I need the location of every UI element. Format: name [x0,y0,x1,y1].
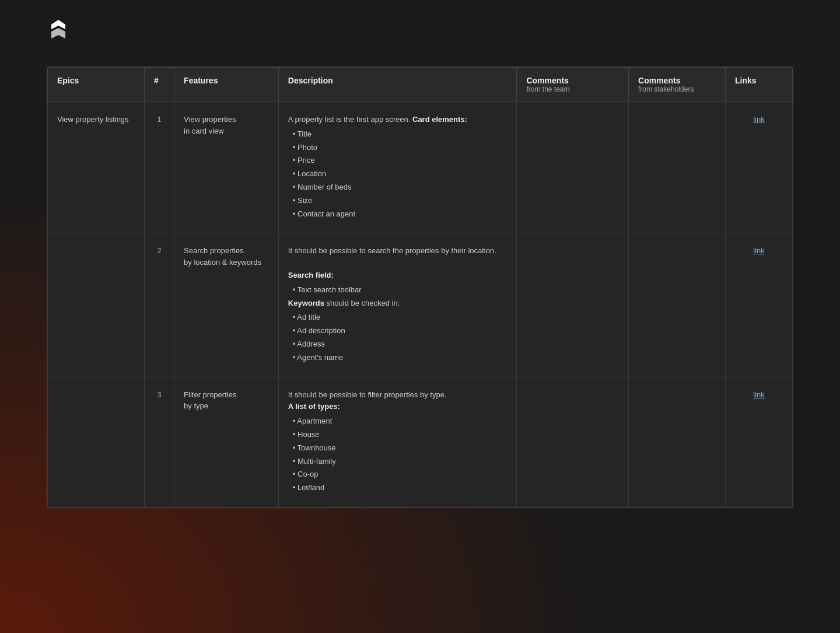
cell-number-3: 3 [145,377,174,507]
header-description: Description [278,68,517,102]
cell-comments-team-2 [517,233,629,377]
link-2[interactable]: link [753,246,765,255]
cell-number-2: 2 [145,233,174,377]
cell-link-1[interactable]: link [726,102,793,233]
header-links: Links [726,68,793,102]
list-item: Size [293,195,508,207]
cell-link-2[interactable]: link [726,233,793,377]
cell-features-1: View properties in card view [174,102,279,233]
header-number: # [145,68,174,102]
table-row: View property listings 1 View properties… [48,102,793,233]
cell-description-3: It should be possible to filter properti… [278,377,517,507]
cell-comments-stake-3 [629,377,726,507]
cell-comments-stake-1 [629,102,726,233]
cell-comments-team-3 [517,377,629,507]
list-item: Text search toolbar [293,284,508,296]
list-item: Contact an agent [293,208,508,221]
header-comments-stakeholders: Comments from stakeholders [629,68,726,102]
description-list-3: Apartment House Townhouse Multi-family C… [288,415,508,494]
description-list-2b: Ad title Ad description Address Agent's … [288,312,508,363]
list-item: Townhouse [293,442,508,454]
table-row: 3 Filter properties by type It should be… [48,377,793,507]
cell-link-3[interactable]: link [726,377,793,507]
list-item: Co-op [293,468,508,481]
header-epics: Epics [48,68,145,102]
list-item: Ad title [293,312,508,324]
cell-epics-1: View property listings [48,102,145,233]
cell-description-2: It should be possible to search the prop… [278,233,517,377]
link-1[interactable]: link [753,115,765,124]
list-item: Lot/land [293,482,508,494]
list-item: Photo [293,142,508,154]
cell-features-3: Filter properties by type [174,377,279,507]
main-table-wrapper: Epics # Features Description Comments fr… [47,67,793,508]
cell-epics-2 [48,233,145,377]
list-item: Price [293,155,508,167]
cell-comments-team-1 [517,102,629,233]
list-item: Title [293,128,508,141]
list-item: Number of beds [293,181,508,194]
table-row: 2 Search properties by location & keywor… [48,233,793,377]
cell-epics-3 [48,377,145,507]
features-table: Epics # Features Description Comments fr… [47,67,793,508]
list-item: Apartment [293,415,508,428]
table-header-row: Epics # Features Description Comments fr… [48,68,793,102]
logo-area [0,0,840,55]
header-comments-team: Comments from the team [517,68,629,102]
header-features: Features [174,68,279,102]
cell-description-1: A property list is the first app screen.… [278,102,517,233]
list-item: Location [293,168,508,180]
list-item: Agent's name [293,352,508,364]
cell-features-2: Search properties by location & keywords [174,233,279,377]
link-3[interactable]: link [753,390,765,399]
list-item: Address [293,338,508,351]
list-item: Multi-family [293,456,508,468]
list-item: Ad description [293,325,508,337]
description-list-1: Title Photo Price Location Number of bed… [288,128,508,221]
list-item: House [293,429,508,441]
cell-number-1: 1 [145,102,174,233]
brand-logo [47,18,70,41]
cell-comments-stake-2 [629,233,726,377]
description-list-2a: Text search toolbar [288,284,508,296]
